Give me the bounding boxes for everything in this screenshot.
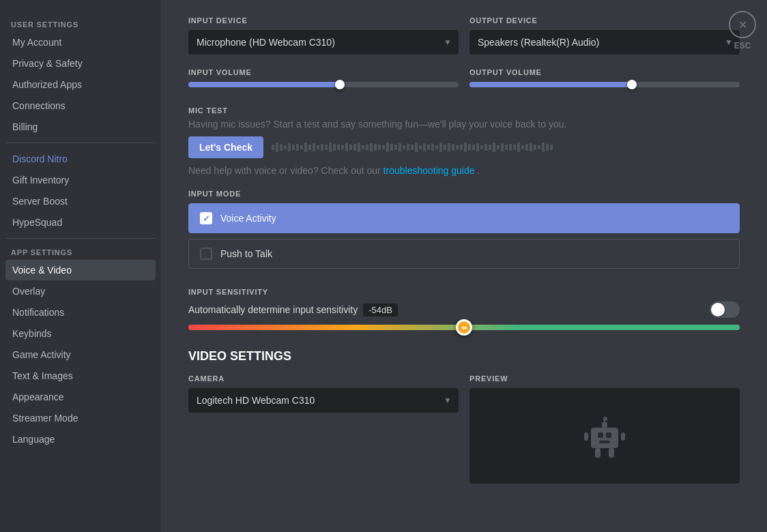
audio-bar [370,143,373,151]
audio-bar [484,144,487,151]
sidebar-item-discord-nitro[interactable]: Discord Nitro [5,149,156,169]
sidebar-item-gift-inventory[interactable]: Gift Inventory [5,170,156,190]
audio-bar [280,144,283,151]
audio-bar [411,145,414,150]
audio-bar [349,145,352,150]
audio-bar [530,143,532,151]
lets-check-button[interactable]: Let's Check [188,136,263,158]
audio-bar [321,144,323,151]
device-row: INPUT DEVICE Microphone (HD Webcam C310)… [188,16,740,55]
sidebar-item-appearance[interactable]: Appearance [5,387,156,407]
sidebar-item-my-account[interactable]: My Account [5,32,156,53]
audio-bar [284,145,287,149]
sidebar-item-authorized-apps[interactable]: Authorized Apps [5,74,156,95]
sensitivity-slider-thumb[interactable]: ⇔ [456,319,472,336]
sidebar-divider-2 [5,238,156,239]
audio-bar [505,145,508,150]
sensitivity-slider-track[interactable]: ⇔ [188,325,740,330]
input-sensitivity-section: INPUT SENSITIVITY Automatically determin… [188,288,740,330]
sensitivity-auto-label: Automatically determine input sensitivit… [188,304,398,316]
input-device-select-wrapper: Microphone (HD Webcam C310) ▼ [188,30,459,55]
video-settings-title: VIDEO SETTINGS [188,349,740,364]
sidebar-item-game-activity[interactable]: Game Activity [5,344,156,365]
camera-label: CAMERA [188,374,459,383]
audio-bar [300,145,303,149]
audio-bar [489,145,491,150]
input-volume-fill [188,82,340,87]
push-to-talk-checkbox [200,248,212,260]
audio-bar [399,143,401,151]
audio-bar [362,145,364,149]
troubleshooting-link[interactable]: troubleshooting guide [384,165,475,176]
audio-bar [386,143,389,152]
sidebar-item-hypesquad[interactable]: HypeSquad [5,212,156,233]
svg-rect-3 [599,441,610,443]
voice-activity-checkbox: ✓ [200,212,212,224]
audio-bar [333,144,336,151]
mic-test-help-end: . [477,165,480,176]
input-device-select[interactable]: Microphone (HD Webcam C310) [188,30,459,55]
audio-bar [521,145,524,149]
sensitivity-row: Automatically determine input sensitivit… [188,301,740,318]
mic-test-description: Having mic issues? Start a test and say … [188,119,740,130]
input-device-section: INPUT DEVICE Microphone (HD Webcam C310)… [188,16,459,55]
esc-button[interactable]: ✕ ESC [729,11,756,50]
sidebar-item-server-boost[interactable]: Server Boost [5,191,156,211]
mic-test-row: Let's Check [188,136,740,158]
audio-bar [341,145,344,149]
output-volume-track[interactable] [469,82,740,87]
input-volume-thumb[interactable] [335,80,345,89]
sidebar-item-text-images[interactable]: Text & Images [5,366,156,386]
audio-bar [448,143,450,151]
audio-bar [325,145,328,150]
svg-rect-0 [591,428,618,448]
camera-select[interactable]: Logitech HD Webcam C310 [188,388,459,413]
sidebar-item-billing[interactable]: Billing [5,117,156,137]
audio-bar [525,144,528,151]
audio-bar [304,143,307,152]
sidebar-item-privacy-safety[interactable]: Privacy & Safety [5,53,156,74]
output-device-select-wrapper: Speakers (Realtek(R) Audio) ▼ [469,30,740,55]
output-device-select[interactable]: Speakers (Realtek(R) Audio) [469,30,740,55]
audio-bar [374,144,377,151]
voice-activity-option[interactable]: ✓ Voice Activity [188,203,740,233]
esc-label: ESC [734,41,751,50]
mic-test-help: Need help with voice or video? Check out… [188,165,740,176]
audio-bar [542,143,545,152]
audio-bar [509,144,512,151]
sidebar-item-streamer-mode[interactable]: Streamer Mode [5,408,156,428]
audio-bar [317,145,319,149]
sidebar-item-notifications[interactable]: Notifications [5,302,156,323]
audio-bar [308,145,311,150]
preview-section: PREVIEW [469,374,740,484]
audio-bar [329,143,332,152]
volume-row: INPUT VOLUME OUTPUT VOLUME [188,68,740,93]
sidebar-item-language[interactable]: Language [5,429,156,449]
sidebar-item-voice-video[interactable]: Voice & Video [5,260,156,280]
input-device-label: INPUT DEVICE [188,16,459,25]
audio-bar [431,144,434,151]
audio-bar [358,143,360,152]
audio-bar [296,144,299,151]
svg-rect-10 [609,448,614,458]
push-to-talk-option[interactable]: Push to Talk [188,239,740,269]
audio-bar [272,145,274,150]
audio-bar [407,144,409,151]
sidebar-item-connections[interactable]: Connections [5,95,156,116]
audio-bar [394,145,397,150]
camera-select-wrapper: Logitech HD Webcam C310 ▼ [188,388,459,413]
db-badge: -54dB [363,304,398,316]
audio-bar [276,143,278,152]
audio-bar [390,144,393,151]
audio-bar [493,143,495,152]
audio-bar [464,143,467,152]
audio-bar [538,145,540,149]
sidebar-item-overlay[interactable]: Overlay [5,281,156,301]
output-volume-thumb[interactable] [627,80,637,89]
close-icon[interactable]: ✕ [729,11,756,38]
audio-bar [435,145,438,149]
sidebar-item-keybinds[interactable]: Keybinds [5,323,156,344]
input-volume-track[interactable] [188,82,459,87]
sensitivity-toggle[interactable] [710,301,740,318]
svg-rect-1 [598,432,603,438]
